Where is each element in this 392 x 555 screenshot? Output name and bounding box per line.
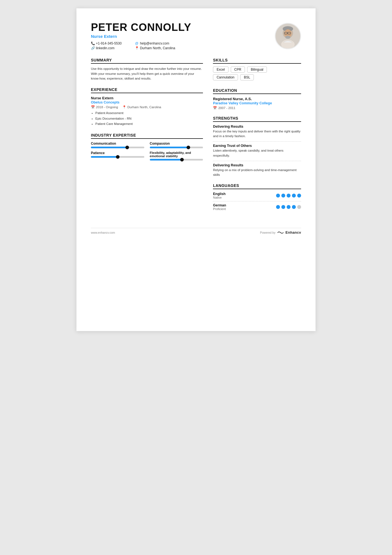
lang-dot <box>281 194 285 198</box>
exp-date: 📅 2018 - Ongoing <box>91 105 118 109</box>
lang-dot <box>292 194 296 198</box>
lang-divider <box>213 201 301 201</box>
lang-dot <box>287 194 291 198</box>
strength-desc: Listen attentively, speak candidly, and … <box>213 148 301 158</box>
lang-left: English Native <box>213 192 225 199</box>
contact-row: 📞 +1-914-345-5530 🔗 linkedin.com @ help@… <box>91 41 275 50</box>
strengths-title: STRENGTHS <box>213 116 301 122</box>
skill-compassion: Compassion <box>150 142 203 148</box>
exp-bullet: Epic Documentation - RN <box>95 116 203 122</box>
strength-item-2: Earning Trust of Others Listen attentive… <box>213 144 301 158</box>
exp-bullet: Patient Care Management <box>95 121 203 127</box>
phone-item: 📞 +1-914-345-5530 <box>91 41 121 45</box>
skill-label: Communication <box>91 142 144 145</box>
edu-school: Paradise Valley Community College <box>213 101 301 105</box>
strength-name: Delivering Results <box>213 125 301 129</box>
strength-desc: Relying on a mix of problem-solving and … <box>213 168 301 177</box>
skill-knob <box>187 145 190 149</box>
lang-name: German <box>213 203 226 207</box>
powered-by-text: Powered by <box>260 231 275 234</box>
lang-dot <box>287 205 291 209</box>
skill-flexibility: Flexibility, adaptability, and emotional… <box>150 151 203 161</box>
industry-expertise-title: INDUSTRY EXPERTISE <box>91 133 203 139</box>
exp-location: 📍 Durham North, Carolina <box>122 105 161 109</box>
experience-title: EXPERIENCE <box>91 87 203 93</box>
resume-page: PETER CONNOLLY Nurse Extern 📞 +1-914-345… <box>76 8 316 331</box>
skill-tag-bsl: BSL <box>240 74 254 80</box>
skill-patience: Patience <box>91 151 144 161</box>
education-title: EDUCATION <box>213 88 301 94</box>
skill-bar-bg <box>91 147 144 148</box>
strength-divider <box>213 141 301 142</box>
skill-bar-bg <box>150 147 203 148</box>
skill-bar-fill <box>91 147 127 148</box>
lang-dot <box>276 205 280 209</box>
summary-title: SUMMARY <box>91 58 203 64</box>
location-icon: 📍 <box>135 46 138 50</box>
exp-bullets: Patient Assessment Epic Documentation - … <box>91 110 203 127</box>
strength-name: Delivering Results <box>213 163 301 167</box>
lang-dot <box>281 205 285 209</box>
right-column: SKILLS Excel CPR Bilingual Cannulation B… <box>213 58 301 217</box>
contact-col-right: @ help@enhancv.com 📍 Durham North, Carol… <box>135 41 175 50</box>
lang-name: English <box>213 192 225 196</box>
avatar-image <box>276 23 300 49</box>
skill-communication: Communication <box>91 142 144 148</box>
skills-tags: Excel CPR Bilingual Cannulation BSL <box>213 66 301 82</box>
skill-bar-fill <box>150 159 182 161</box>
summary-section: SUMMARY Use this opportunity to intrigue… <box>91 58 203 81</box>
skill-bar-bg <box>150 159 203 161</box>
lang-dots <box>276 205 301 209</box>
header-left: PETER CONNOLLY Nurse Extern 📞 +1-914-345… <box>91 22 275 50</box>
linkedin-item: 🔗 linkedin.com <box>91 46 121 50</box>
exp-bullet: Patient Assessment <box>95 110 203 116</box>
lang-dot <box>297 194 301 198</box>
candidate-name: PETER CONNOLLY <box>91 22 275 33</box>
expertise-grid: Communication Compassion <box>91 142 203 161</box>
skills-title: SKILLS <box>213 58 301 64</box>
experience-item: Nurse Extern Obelus Concepts 📅 2018 - On… <box>91 96 203 127</box>
skill-tag-cpr: CPR <box>231 66 245 73</box>
enhancv-logo-icon <box>277 231 284 235</box>
avatar <box>275 23 301 49</box>
language-english: English Native <box>213 192 301 199</box>
location-text: Durham North, Carolina <box>140 46 175 50</box>
lang-level: Native <box>213 196 225 199</box>
summary-text: Use this opportunity to intrigue and dra… <box>91 66 203 81</box>
edu-degree: Registered Nurse, A.S. <box>213 97 301 101</box>
strength-desc: Focus on the key inputs and deliver them… <box>213 129 301 139</box>
experience-section: EXPERIENCE Nurse Extern Obelus Concepts … <box>91 87 203 127</box>
phone-number: +1-914-345-5530 <box>96 41 121 45</box>
footer: www.enhancv.com Powered by Enhancv <box>91 228 301 235</box>
email-item: @ help@enhancv.com <box>135 41 175 45</box>
lang-dot <box>292 205 296 209</box>
skill-label: Compassion <box>150 142 203 145</box>
education-item: Registered Nurse, A.S. Paradise Valley C… <box>213 97 301 110</box>
languages-title: LANGUAGES <box>213 183 301 189</box>
contact-col-left: 📞 +1-914-345-5530 🔗 linkedin.com <box>91 41 121 50</box>
lang-left: German Proficient <box>213 203 226 211</box>
skill-tag-excel: Excel <box>213 66 228 73</box>
lang-dot <box>276 194 280 198</box>
email-address: help@enhancv.com <box>140 41 169 45</box>
phone-icon: 📞 <box>91 41 95 45</box>
skill-label: Flexibility, adaptability, and emotional… <box>150 151 203 158</box>
job-title: Nurse Extern <box>91 34 275 39</box>
skills-section: SKILLS Excel CPR Bilingual Cannulation B… <box>213 58 301 82</box>
strength-item-1: Delivering Results Focus on the key inpu… <box>213 125 301 139</box>
calendar-icon: 📅 <box>91 105 95 109</box>
linkedin-url: linkedin.com <box>96 46 115 50</box>
exp-role: Nurse Extern <box>91 96 203 100</box>
industry-expertise-section: INDUSTRY EXPERTISE Communication Compass… <box>91 133 203 161</box>
lang-dots <box>276 194 301 198</box>
lang-level: Proficient <box>213 207 226 211</box>
footer-website: www.enhancv.com <box>91 231 115 234</box>
footer-right: Powered by Enhancv <box>260 230 301 235</box>
strength-item-3: Delivering Results Relying on a mix of p… <box>213 163 301 177</box>
languages-section: LANGUAGES English Native <box>213 183 301 211</box>
pin-icon: 📍 <box>122 105 126 109</box>
svg-point-5 <box>285 36 291 39</box>
linkedin-icon: 🔗 <box>91 46 95 50</box>
skill-bar-bg <box>91 156 144 158</box>
enhancv-brand: Enhancv <box>286 230 301 235</box>
